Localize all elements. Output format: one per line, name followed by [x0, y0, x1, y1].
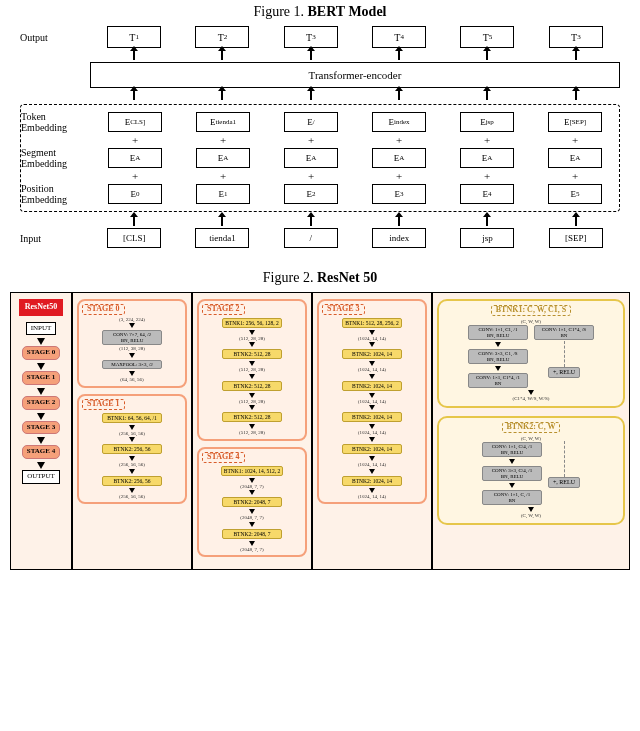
arrow-down-icon	[129, 488, 135, 493]
pipeline-stage-0: STAGE 0	[22, 346, 60, 360]
out-box-2: T2	[195, 26, 249, 48]
pipeline-stage-2: STAGE 2	[22, 396, 60, 410]
out-box-6: T3	[549, 26, 603, 48]
plus-icon: +	[443, 169, 531, 183]
btnk2-l2: CONV: 1×1, C, /1 BN	[482, 490, 542, 505]
arrow-down-icon	[369, 342, 375, 347]
arrow-icon	[575, 216, 577, 226]
pipeline-stage-4: STAGE 4	[22, 445, 60, 459]
stage-3-s1: (1024, 14, 14)	[358, 336, 386, 342]
token-e-4: Eindex	[372, 112, 426, 132]
embedding-group: Token Embedding ECLS] Etienda1 E/ Eindex…	[20, 104, 620, 212]
arrow-down-icon	[37, 413, 45, 420]
stage-1-card: STAGE 1 BTNK1: 64, 56, 64, /1 (256, 56, …	[77, 394, 187, 504]
arrow-down-icon	[249, 541, 255, 546]
pipeline-stage-1: STAGE 1	[22, 371, 60, 385]
stage-3-s6: (1024, 14, 14)	[358, 494, 386, 500]
token-e-3: E/	[284, 112, 338, 132]
arrow-icon	[133, 90, 135, 100]
arrow-down-icon	[37, 338, 45, 345]
seg-e-1: EA	[108, 148, 162, 168]
arrow-down-icon	[249, 424, 255, 429]
arrow-icon	[221, 50, 223, 60]
arrow-down-icon	[249, 330, 255, 335]
stage-2-s2: (512, 28, 28)	[239, 367, 265, 373]
btnk2-plus: +, RELU	[548, 477, 580, 488]
token-e-2: Etienda1	[196, 112, 250, 132]
btnk2-l0: CONV: 1×1, C/4, /1 BN, RELU	[482, 442, 542, 457]
figure-1: Figure 1. BERT Model Output T1 T2 T3 T4 …	[0, 0, 640, 260]
btnk1-right: CONV: 1×1, C1*4, /S BN	[534, 325, 594, 340]
transformer-encoder: Transformer-encoder	[90, 62, 620, 88]
plus-icon: +	[179, 133, 267, 147]
pipeline-output: OUTPUT	[22, 470, 60, 484]
arrow-down-icon	[249, 490, 255, 495]
arrow-down-icon	[129, 353, 135, 358]
input-box-1: [CLS]	[107, 228, 161, 248]
btnk1-card: BTNK1: C, W, C1, S (C, W, W) CONV: 1×1, …	[437, 299, 625, 408]
pos-e-6: E5	[548, 184, 602, 204]
arrow-down-icon	[129, 371, 135, 376]
stage-0-in: (3, 224, 224)	[119, 317, 145, 323]
stage-3-b6: BTNK2: 1024, 14	[342, 476, 402, 486]
seg-e-3: EA	[284, 148, 338, 168]
arrow-icon	[575, 50, 577, 60]
arrow-icon	[133, 50, 135, 60]
input-box-2: tienda1	[195, 228, 249, 248]
stage-2-s3: (512, 28, 28)	[239, 399, 265, 405]
stage-0-title: STAGE 0	[82, 304, 125, 315]
stages-col-1: STAGE 0 (3, 224, 224) CONV: 7×7, 64, /2 …	[73, 293, 193, 569]
stage-1-b1: BTNK1: 64, 56, 64, /1	[102, 413, 162, 423]
stage-3-b1: BTNK1: 512, 28, 256, 2	[342, 318, 402, 328]
arrow-down-icon	[369, 424, 375, 429]
out-box-1: T1	[107, 26, 161, 48]
arrow-icon	[486, 216, 488, 226]
arrow-icon	[133, 216, 135, 226]
arrow-down-icon	[37, 437, 45, 444]
seg-e-4: EA	[372, 148, 426, 168]
out-box-3: T3	[284, 26, 338, 48]
row-label-segment: Segment Embedding	[21, 147, 91, 169]
stage-3-title: STAGE 3	[322, 304, 365, 315]
fig2-caption-prefix: Figure 2.	[263, 270, 317, 285]
stage-4-b3: BTNK2: 2048, 7	[222, 529, 282, 539]
plus-icon: +	[267, 169, 355, 183]
arrow-down-icon	[369, 361, 375, 366]
row-label-output: Output	[20, 32, 90, 43]
input-box-5: jsp	[460, 228, 514, 248]
row-label-position: Position Embedding	[21, 183, 91, 205]
arrow-down-icon	[528, 507, 534, 512]
row-label-token: Token Embedding	[21, 111, 91, 133]
stage-3-card: STAGE 3 BTNK1: 512, 28, 256, 2 (1024, 14…	[317, 299, 427, 504]
token-e-1: ECLS]	[108, 112, 162, 132]
plus-icon: +	[267, 133, 355, 147]
plus-icon: +	[355, 169, 443, 183]
token-e-6: E[SEP]	[548, 112, 602, 132]
btnk2-card: BTNK2: C, W (C, W, W) CONV: 1×1, C/4, /1…	[437, 416, 625, 525]
plus-icon: +	[531, 133, 619, 147]
input-box-4: index	[372, 228, 426, 248]
stage-3-b5: BTNK2: 1024, 14	[342, 444, 402, 454]
plus-icon: +	[91, 169, 179, 183]
btnk1-l1: CONV: 3×3, C1, /S BN, RELU	[468, 349, 528, 364]
arrow-icon	[486, 50, 488, 60]
stage-2-b2: BTNK2: 512, 28	[222, 349, 282, 359]
arrow-down-icon	[369, 405, 375, 410]
arrow-icon	[398, 90, 400, 100]
stage-0-conv: CONV: 7×7, 64, /2 BN, RELU	[102, 330, 162, 345]
arrow-down-icon	[249, 405, 255, 410]
stage-4-b2: BTNK2: 2048, 7	[222, 497, 282, 507]
stage-2-b4: BTNK2: 512, 28	[222, 412, 282, 422]
stage-1-s1: (256, 56, 56)	[119, 431, 145, 437]
figure-2: Figure 2. ResNet 50 ResNet50 INPUT STAGE…	[0, 260, 640, 574]
pos-e-1: E0	[108, 184, 162, 204]
figure-1-caption: Figure 1. BERT Model	[20, 4, 620, 20]
btnk2-out: (C, W, W)	[521, 513, 541, 519]
arrow-down-icon	[249, 374, 255, 379]
arrow-down-icon	[495, 366, 501, 371]
stage-4-s3: (2048, 7, 7)	[240, 547, 263, 553]
stage-1-s2: (256, 56, 56)	[119, 462, 145, 468]
btnk2-title: BTNK2: C, W	[502, 422, 561, 433]
stage-2-card: STAGE 2 BTNK1: 256, 56, 128, 2 (512, 28,…	[197, 299, 307, 441]
stage-1-title: STAGE 1	[82, 399, 125, 410]
